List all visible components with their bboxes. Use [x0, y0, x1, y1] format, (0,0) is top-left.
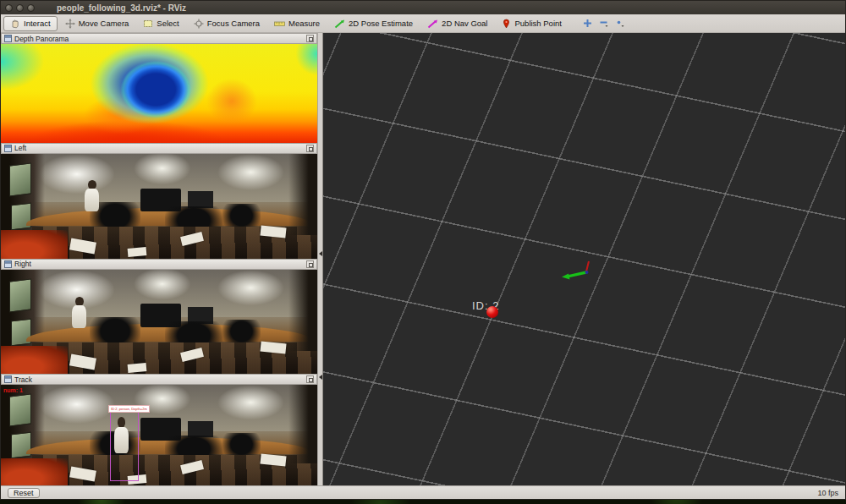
interact-tool-button[interactable]: Interact [3, 16, 58, 31]
measure-tool-button[interactable]: Measure [267, 16, 327, 31]
right-camera-panel: Right [1, 259, 317, 375]
minus-icon [599, 19, 608, 28]
right-wall [288, 270, 317, 352]
track-panel: Track [1, 374, 317, 485]
tool-label: Focus Camera [207, 19, 260, 28]
maximize-button[interactable] [27, 4, 35, 12]
track-header[interactable]: Track [1, 374, 317, 385]
tool-label: Interact [24, 19, 51, 28]
right-camera-image [1, 270, 317, 375]
add-tool-button[interactable] [580, 16, 596, 31]
fps-indicator: 10 fps [817, 489, 838, 497]
panel-title: Track [14, 375, 32, 384]
ruler-icon [274, 19, 285, 29]
focus-icon [194, 19, 204, 29]
panel-icon [4, 375, 12, 383]
splitter-collapse-icon[interactable] [319, 375, 322, 380]
paper-sheet [127, 363, 146, 373]
pin-icon [502, 19, 511, 29]
nav-goal-tool-button[interactable]: 2D Nav Goal [420, 16, 494, 31]
panel-title: Right [14, 260, 31, 268]
robot-axes-icon [560, 257, 597, 286]
paper-sheet [127, 247, 146, 257]
person-figure [72, 297, 86, 339]
panel-title: Left [14, 144, 26, 152]
publish-point-tool-button[interactable]: Publish Point [495, 16, 568, 31]
tool-label: Publish Point [514, 19, 561, 28]
tool-label: Select [157, 19, 179, 28]
wall-art [9, 163, 31, 197]
move-camera-tool-button[interactable]: Move Camera [58, 16, 136, 31]
hand-icon [10, 19, 20, 29]
depth-panorama-header[interactable]: Depth Panorama [1, 33, 317, 44]
panel-splitter[interactable] [317, 33, 323, 485]
red-cloth [1, 346, 68, 374]
titlebar[interactable]: people_following_3d.rviz* - RViz [1, 1, 845, 14]
panel-icon [4, 260, 12, 268]
room-scene [1, 270, 317, 375]
tool-label: 2D Nav Goal [442, 19, 487, 28]
select-tool-button[interactable]: Select [136, 16, 185, 31]
plus-icon [583, 19, 592, 28]
tool-properties-button[interactable] [613, 16, 628, 31]
person-figure [85, 180, 99, 222]
focus-camera-tool-button[interactable]: Focus Camera [187, 16, 266, 31]
track-count-text: num: 1 [3, 387, 23, 393]
window-title: people_following_3d.rviz* - RViz [57, 3, 186, 13]
red-cloth [1, 230, 68, 258]
panel-float-button[interactable] [306, 260, 314, 268]
rviz-window: people_following_3d.rviz* - RViz Interac… [0, 0, 846, 500]
red-cloth [1, 458, 68, 485]
depth-panorama-panel: Depth Panorama [1, 33, 317, 143]
magenta-arrow-icon [427, 19, 438, 29]
wall-art [11, 318, 31, 346]
select-box-icon [143, 19, 153, 29]
close-button[interactable] [5, 4, 13, 12]
panel-title: Depth Panorama [14, 35, 69, 43]
move-icon [65, 19, 75, 29]
track-camera-image: num: 1 ID:2, person, Depth=2m [1, 385, 317, 485]
wall-art [11, 432, 31, 458]
panel-float-button[interactable] [306, 145, 314, 152]
left-camera-image [1, 154, 317, 259]
dock-panels-column: Depth Panorama Left [1, 33, 317, 485]
tracking-bbox [110, 412, 139, 481]
wall-art [11, 203, 31, 231]
panel-icon [4, 35, 12, 42]
left-camera-header[interactable]: Left [1, 143, 317, 154]
splitter-collapse-icon[interactable] [319, 251, 322, 256]
room-scene: num: 1 ID:2, person, Depth=2m [1, 385, 317, 485]
remove-tool-button[interactable] [596, 16, 612, 31]
left-camera-panel: Left [1, 143, 317, 259]
main-area: Depth Panorama Left [1, 33, 845, 485]
room-scene [1, 154, 317, 259]
reset-button[interactable]: Reset [8, 488, 40, 498]
panel-icon [4, 145, 12, 152]
green-arrow-icon [334, 19, 345, 29]
dot-menu-icon [615, 19, 624, 28]
pose-estimate-tool-button[interactable]: 2D Pose Estimate [327, 16, 420, 31]
tracking-bbox-label: ID:2, person, Depth=2m [108, 405, 150, 413]
tool-label: Move Camera [79, 19, 129, 28]
render-viewport-3d[interactable]: ID: 2 [323, 33, 845, 485]
tool-label: Measure [288, 19, 320, 28]
minimize-button[interactable] [16, 4, 24, 12]
right-camera-header[interactable]: Right [1, 259, 317, 270]
right-wall [288, 154, 317, 236]
person-marker-sphere [486, 306, 498, 318]
toolbar: Interact Move Camera Select Focus Camera [1, 14, 845, 33]
tool-label: 2D Pose Estimate [349, 19, 413, 28]
status-bar: Reset 10 fps [1, 485, 845, 499]
panel-float-button[interactable] [306, 375, 314, 383]
wall-art [9, 278, 31, 312]
depth-panorama-image [1, 44, 317, 143]
panel-float-button[interactable] [306, 35, 314, 42]
right-wall [288, 385, 317, 463]
wall-art [9, 394, 31, 427]
